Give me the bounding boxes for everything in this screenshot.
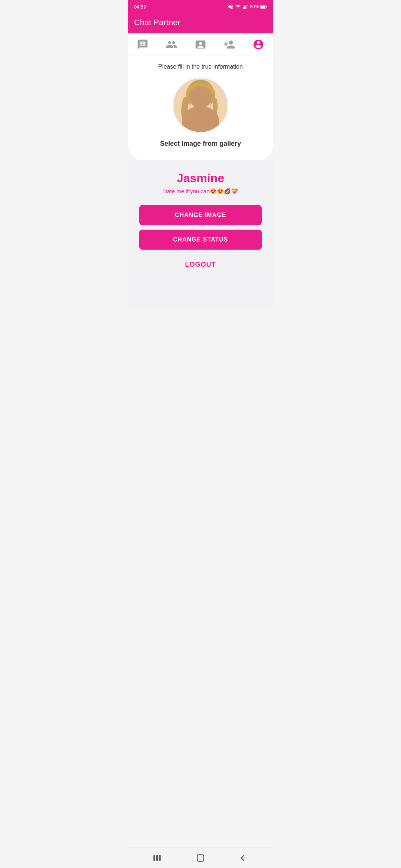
svg-rect-2 — [245, 6, 246, 9]
upper-section: Please fill in the true information — [128, 56, 273, 160]
status-bar: 04:59 80% — [128, 0, 273, 13]
partners-icon — [166, 39, 177, 50]
tab-profile-card[interactable] — [191, 37, 210, 52]
app-title: Chat Partner — [134, 18, 180, 27]
app-header: Chat Partner — [128, 13, 273, 33]
chat-icon — [137, 39, 149, 50]
change-status-button[interactable]: CHANGE STATUS — [139, 230, 262, 250]
select-image-text: Select Image from gallery — [160, 140, 241, 148]
tab-chat[interactable] — [133, 37, 152, 52]
tab-account[interactable] — [249, 37, 268, 52]
profile-card-icon — [195, 39, 206, 50]
svg-point-9 — [144, 43, 146, 45]
svg-point-8 — [142, 43, 143, 45]
account-icon — [252, 39, 264, 50]
avatar-image[interactable] — [173, 78, 228, 133]
svg-rect-0 — [243, 7, 244, 9]
avatar-placeholder — [174, 79, 227, 132]
svg-rect-6 — [261, 6, 265, 8]
svg-rect-3 — [247, 5, 247, 9]
svg-point-19 — [204, 108, 215, 115]
avatar-svg — [174, 79, 227, 132]
wifi-icon — [235, 4, 241, 10]
tab-bar — [128, 33, 273, 56]
svg-point-7 — [140, 43, 141, 45]
svg-rect-1 — [244, 6, 245, 9]
svg-point-14 — [195, 100, 198, 103]
info-text: Please fill in the true information — [158, 63, 243, 70]
status-icons: 80% — [228, 4, 267, 10]
change-image-button[interactable]: CHANGE IMAGE — [139, 205, 262, 225]
tab-add-friend[interactable] — [220, 37, 239, 52]
svg-rect-5 — [266, 6, 267, 8]
signal-icon — [242, 4, 248, 10]
tab-partners[interactable] — [162, 37, 181, 52]
battery-icon — [260, 4, 267, 9]
svg-point-15 — [203, 100, 206, 103]
profile-name: Jasmine — [177, 171, 224, 185]
svg-point-16 — [196, 100, 198, 102]
add-friend-icon — [224, 39, 235, 50]
lower-section: Jasmine Date me if you can😍😍💋💝 CHANGE IM… — [128, 160, 273, 309]
svg-point-17 — [203, 100, 205, 102]
status-time: 04:59 — [134, 4, 146, 10]
svg-point-13 — [190, 92, 211, 115]
mute-icon — [228, 4, 234, 10]
svg-point-18 — [186, 108, 197, 115]
profile-status: Date me if you can😍😍💋💝 — [163, 188, 238, 195]
logout-button[interactable]: LOGOUT — [182, 257, 220, 272]
